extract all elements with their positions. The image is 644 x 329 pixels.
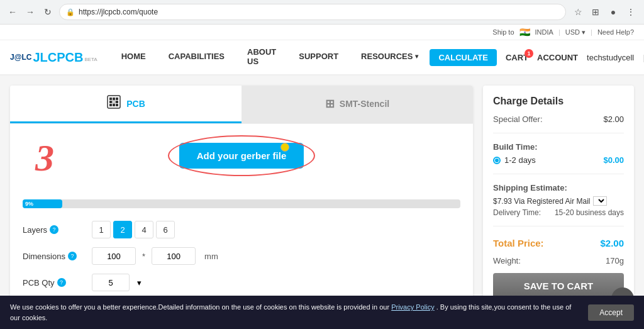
progress-bar-fill: 9%: [23, 199, 62, 208]
logo[interactable]: J@LC JLCPCB BETA: [10, 50, 97, 65]
cart-button[interactable]: CART 1: [506, 53, 528, 62]
qty-input[interactable]: [92, 274, 130, 291]
svg-rect-8: [113, 104, 115, 106]
layers-info-icon[interactable]: ?: [50, 225, 58, 234]
forward-button[interactable]: →: [24, 6, 36, 18]
svg-rect-3: [116, 98, 118, 100]
build-days: 1-2 days: [504, 155, 536, 165]
layers-row: Layers ? 1 2 4 6: [23, 221, 460, 238]
cookie-message: We use cookies to offer you a better exp…: [10, 303, 391, 311]
weight-label: Weight:: [493, 256, 521, 265]
layer-options: 1 2 4 6: [92, 221, 175, 238]
logo-jlc-icon: J@LC: [10, 53, 31, 62]
svg-rect-4: [109, 101, 112, 103]
total-value: $2.00: [600, 238, 624, 248]
accept-cookies-button[interactable]: Accept: [588, 304, 634, 320]
shipping-dropdown[interactable]: [593, 196, 607, 206]
layer-1-button[interactable]: 1: [92, 221, 111, 238]
layers-label: Layers ?: [23, 225, 86, 235]
smt-tab-label: SMT-Stencil: [340, 99, 389, 109]
dimensions-row: Dimensions ? * mm: [23, 247, 460, 265]
account-link[interactable]: ACCOUNT: [537, 53, 578, 62]
progress-bar-background: 9%: [23, 199, 460, 208]
dimensions-label: Dimensions ?: [23, 252, 86, 261]
tab-bar: PCB ⊞ SMT-Stencil: [10, 86, 473, 124]
url-text: https://jlcpcb.com/quote: [79, 8, 158, 16]
cookie-banner: We use cookies to offer you a better exp…: [0, 296, 644, 319]
save-to-cart-button[interactable]: SAVE TO CART: [493, 273, 624, 299]
divider1: [493, 133, 624, 133]
layer-6-button[interactable]: 6: [156, 221, 175, 238]
settings-icon[interactable]: ⋮: [624, 5, 638, 19]
pcb-tab-icon: [106, 94, 121, 113]
form-section: Layers ? 1 2 4 6 Dimensions ? *: [10, 215, 473, 306]
dim-x-symbol: *: [142, 252, 145, 261]
cursor-indicator: [280, 143, 289, 152]
nav-home[interactable]: HOME: [110, 40, 157, 75]
logo-beta: BETA: [84, 57, 97, 62]
special-offer-value: $2.00: [603, 114, 624, 124]
progress-section: 9%: [10, 199, 473, 215]
shipping-section: Shipping Estimate: $7.93 Via Registered …: [493, 183, 624, 217]
resources-arrow-icon: ▾: [415, 53, 418, 60]
user-link[interactable]: techstudycell: [587, 53, 634, 62]
step-number: 3: [35, 137, 54, 180]
total-row: Total Price: $2.00: [493, 238, 624, 248]
qty-info-icon[interactable]: ?: [57, 278, 66, 287]
svg-rect-5: [113, 101, 115, 103]
profile-icon[interactable]: ●: [606, 5, 620, 19]
height-input[interactable]: [152, 247, 196, 265]
nav-right: CALCULATE CART 1 ACCOUNT techstudycell |…: [430, 49, 644, 66]
privacy-policy-link[interactable]: Privacy Policy: [391, 303, 434, 311]
build-price: $0.00: [603, 155, 624, 165]
special-offer-label: Special Offer:: [493, 114, 543, 124]
extensions-icon[interactable]: ⊞: [589, 5, 602, 19]
delivery-row: Delivery Time: 15-20 business days: [493, 208, 624, 217]
shipping-label: Shipping Estimate:: [493, 183, 624, 192]
build-time-section: Build Time: 1-2 days $0.00: [493, 142, 624, 165]
svg-rect-1: [109, 98, 112, 100]
qty-row: PCB Qty ? ▾: [23, 274, 460, 291]
delivery-value: 15-20 business days: [555, 208, 624, 217]
separator2: |: [591, 28, 592, 36]
qty-dropdown-icon[interactable]: ▾: [137, 278, 142, 287]
refresh-button[interactable]: ↻: [42, 6, 54, 18]
nav-capabilities[interactable]: CAPABILITIES: [157, 40, 236, 75]
cookie-text: We use cookies to offer you a better exp…: [10, 302, 578, 319]
logo-text: JLCPCB: [33, 50, 83, 65]
width-input[interactable]: [92, 247, 136, 265]
charge-panel: Charge Details Special Offer: $2.00 Buil…: [483, 86, 634, 309]
dimensions-info-icon[interactable]: ?: [68, 252, 77, 260]
navbar: J@LC JLCPCB BETA HOME CAPABILITIES ABOUT…: [0, 40, 644, 75]
page-content: PCB ⊞ SMT-Stencil 3 Add your gerber file…: [0, 75, 644, 319]
nav-links: HOME CAPABILITIES ABOUT US SUPPORT RESOU…: [110, 40, 430, 75]
nav-support[interactable]: SUPPORT: [287, 40, 350, 75]
svg-rect-9: [116, 104, 118, 106]
nav-resources[interactable]: RESOURCES ▾: [350, 40, 430, 75]
star-icon[interactable]: ☆: [571, 5, 585, 19]
tab-pcb[interactable]: PCB: [10, 86, 242, 123]
nav-about-us[interactable]: ABOUT US: [236, 40, 287, 75]
build-radio[interactable]: [493, 157, 501, 164]
need-help-link[interactable]: Need Help?: [597, 28, 634, 36]
layer-4-button[interactable]: 4: [135, 221, 153, 238]
calculate-button[interactable]: CALCULATE: [430, 49, 496, 66]
charge-title: Charge Details: [493, 96, 624, 107]
total-label: Total Price:: [493, 238, 544, 248]
dim-unit-label: mm: [204, 252, 218, 261]
qty-label: PCB Qty ?: [23, 278, 86, 287]
weight-row: Weight: 170g: [493, 256, 624, 265]
currency-selector[interactable]: USD ▾: [565, 28, 586, 36]
layer-2-button[interactable]: 2: [113, 221, 132, 238]
svg-rect-2: [113, 98, 115, 100]
svg-rect-7: [109, 104, 112, 106]
lock-icon: 🔒: [66, 8, 75, 16]
back-button[interactable]: ←: [6, 6, 19, 18]
address-bar[interactable]: 🔒 https://jlcpcb.com/quote: [59, 4, 566, 20]
build-time-label: Build Time:: [493, 142, 624, 152]
tab-smt[interactable]: ⊞ SMT-Stencil: [242, 86, 473, 123]
pcb-panel: PCB ⊞ SMT-Stencil 3 Add your gerber file…: [10, 86, 473, 309]
progress-label: 9%: [25, 201, 33, 207]
browser-right-icons: ☆ ⊞ ● ⋮: [571, 5, 638, 19]
delivery-label: Delivery Time:: [493, 208, 541, 217]
